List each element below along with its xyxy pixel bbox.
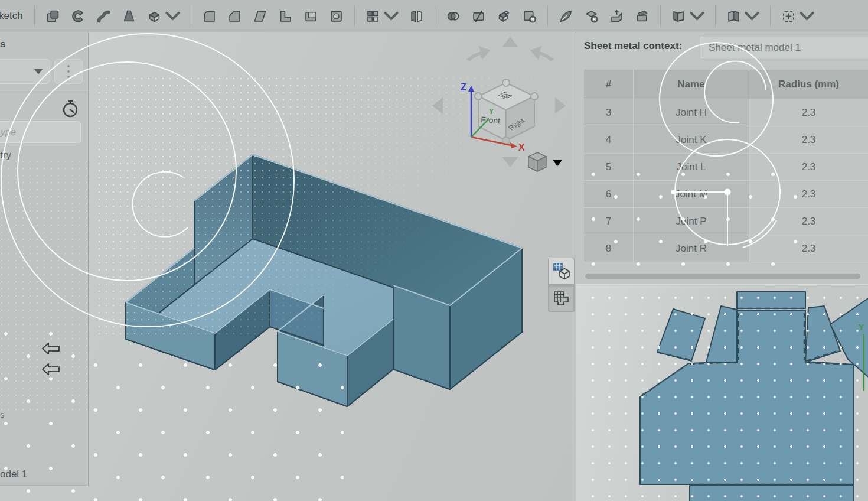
transform-icon	[496, 8, 512, 24]
chevron-down-icon[interactable]	[744, 8, 760, 24]
row-number-cell: 8	[584, 235, 634, 262]
more-options-button[interactable]	[54, 59, 83, 84]
row-radius-cell[interactable]: 2.3	[749, 99, 868, 126]
feature-filter-dropdown[interactable]	[0, 59, 50, 84]
delete-part-icon	[521, 8, 537, 24]
chevron-down-icon[interactable]	[383, 8, 399, 24]
delete-face-button[interactable]	[580, 6, 602, 27]
chamfer-button[interactable]	[224, 6, 246, 27]
row-radius-cell[interactable]: 2.3	[749, 235, 868, 262]
sweep-button[interactable]	[93, 6, 115, 27]
rib-icon	[278, 8, 293, 24]
thicken-icon	[146, 8, 162, 24]
split-icon	[471, 8, 487, 24]
rollback-arrow-icon[interactable]	[41, 341, 60, 356]
mirror-icon	[409, 8, 425, 24]
panel-divider[interactable]	[576, 32, 576, 501]
shell-icon	[303, 8, 319, 24]
hole-button[interactable]	[325, 6, 347, 27]
row-radius-cell[interactable]: 2.3	[749, 154, 868, 180]
flat-pattern-view-button[interactable]	[548, 285, 575, 312]
toolbar-separator	[435, 5, 435, 27]
row-radius-cell[interactable]: 2.3	[749, 208, 868, 235]
row-radius-cell[interactable]: 2.3	[749, 181, 868, 207]
toolbar-separator	[770, 5, 771, 27]
loft-button[interactable]	[118, 6, 140, 27]
table-horizontal-scrollbar[interactable]	[585, 274, 860, 279]
home-view-button[interactable]	[528, 152, 562, 171]
revolve-button[interactable]	[67, 6, 89, 27]
toolbar-separator	[660, 5, 661, 27]
feature-toolbar: ketch	[0, 0, 868, 32]
feature-list-heading: s	[0, 38, 5, 50]
boolean-button[interactable]	[442, 6, 464, 27]
thicken-button[interactable]	[143, 6, 184, 27]
table-row[interactable]: 7Joint P2.3	[584, 208, 868, 235]
chevron-down-icon[interactable]	[689, 8, 705, 24]
sheet-metal-part[interactable]	[126, 155, 522, 406]
filter-input[interactable]: ype	[0, 121, 81, 143]
toolbar-separator	[715, 5, 716, 27]
axis-z-label: Z	[461, 82, 466, 92]
toolbar-separator	[34, 5, 35, 27]
delete-part-button[interactable]	[518, 6, 540, 27]
sheet-metal-context-input[interactable]: Sheet metal model 1	[700, 37, 868, 58]
axis-y-label: Y	[489, 108, 494, 116]
table-row[interactable]: 4Joint K2.3	[584, 126, 868, 154]
cleanup-button[interactable]	[555, 6, 577, 27]
flat-pattern-drawing: Y	[576, 284, 868, 501]
header-radius: Radius (mm)	[749, 70, 868, 99]
fillet-button[interactable]	[198, 6, 220, 27]
sheet-metal-model-item[interactable]: odel 1	[0, 469, 27, 480]
flat-axis-y-label: Y	[859, 323, 864, 332]
sheet-metal-flange-button[interactable]	[668, 6, 708, 27]
chevron-down-icon[interactable]	[799, 8, 815, 24]
flat-pattern-viewport[interactable]: Y	[576, 284, 868, 501]
chevron-down-icon[interactable]	[165, 8, 181, 24]
replace-face-icon	[634, 8, 650, 24]
chevron-down-icon[interactable]	[553, 160, 562, 166]
feature-item-label[interactable]: s	[0, 409, 5, 419]
cad-application-window: ketch s ype try s odel 1	[0, 0, 868, 501]
linear-pattern-button[interactable]	[362, 6, 402, 27]
transform-button[interactable]	[493, 6, 515, 27]
folded-view-icon	[552, 262, 571, 281]
shell-button[interactable]	[300, 6, 322, 27]
revolve-icon	[70, 8, 86, 24]
cleanup-icon	[558, 8, 574, 24]
table-row[interactable]: 8Joint R2.3	[584, 235, 868, 262]
flat-top-flap	[737, 292, 805, 308]
table-row[interactable]: 3Joint H2.3	[584, 99, 868, 126]
sidebar-divider	[0, 92, 89, 92]
move-face-button[interactable]	[606, 6, 628, 27]
sheet-metal-fold-button[interactable]	[723, 6, 763, 27]
sheet-metal-flange-icon	[671, 8, 687, 24]
delete-face-icon	[583, 8, 599, 24]
rollback-timer-icon[interactable]	[61, 97, 80, 119]
table-row[interactable]: 5Joint L2.3	[584, 154, 868, 181]
row-name-cell: Joint H	[634, 99, 749, 126]
rollback-arrow-icon[interactable]	[41, 362, 60, 376]
select-region-button[interactable]	[778, 6, 818, 27]
sheet-metal-context-label: Sheet metal context:	[584, 40, 682, 52]
extrude-button[interactable]	[42, 6, 64, 27]
sheet-metal-fold-icon	[726, 8, 742, 24]
draft-button[interactable]	[249, 6, 271, 27]
row-number-cell: 4	[584, 126, 634, 153]
view-cube[interactable]: Top Front Right	[475, 79, 538, 144]
joints-table: # Name Radius (mm) 3Joint H2.34Joint K2.…	[584, 70, 868, 262]
row-name-cell: Joint K	[634, 126, 749, 153]
row-name-cell: Joint R	[634, 235, 749, 262]
row-radius-cell[interactable]: 2.3	[749, 126, 868, 153]
row-name-cell: Joint M	[634, 181, 749, 207]
3d-viewport[interactable]: Top Front Right Z X Y	[89, 32, 576, 501]
mirror-button[interactable]	[406, 6, 428, 27]
folded-view-button[interactable]	[548, 258, 575, 285]
boolean-icon	[445, 8, 461, 24]
axis-x-label: X	[518, 142, 525, 152]
split-button[interactable]	[468, 6, 490, 27]
replace-face-button[interactable]	[631, 6, 653, 27]
sketch-button[interactable]: ketch	[0, 10, 29, 22]
rib-button[interactable]	[275, 6, 296, 27]
table-row[interactable]: 6Joint M2.3	[584, 181, 868, 208]
